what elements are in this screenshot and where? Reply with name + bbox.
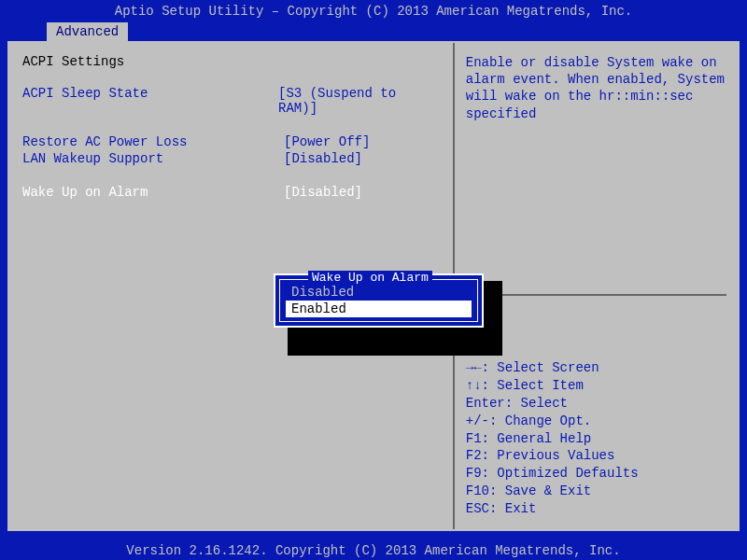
setting-value: [Disabled] xyxy=(284,151,362,166)
help-keys: →←: Select Screen ↑↓: Select Item Enter:… xyxy=(466,359,726,518)
setting-label: Restore AC Power Loss xyxy=(22,134,284,149)
tab-bar: Advanced xyxy=(0,22,747,41)
main-content: ACPI Settings ACPI Sleep State [S3 (Susp… xyxy=(7,41,740,531)
setting-acpi-sleep-state[interactable]: ACPI Sleep State [S3 (Suspend to RAM)] xyxy=(22,86,440,116)
spacer xyxy=(22,168,440,185)
setting-value: [Power Off] xyxy=(284,134,370,149)
key-f9: F9: Optimized Defaults xyxy=(466,465,726,483)
spacer xyxy=(22,118,440,134)
key-esc: ESC: Exit xyxy=(466,500,726,518)
setting-label: Wake Up on Alarm xyxy=(22,185,284,200)
tab-advanced[interactable]: Advanced xyxy=(47,22,128,41)
footer-text: Version 2.16.1242. Copyright (C) 2013 Am… xyxy=(126,543,620,558)
section-title: ACPI Settings xyxy=(22,54,440,69)
key-select-screen: →←: Select Screen xyxy=(466,359,726,377)
setting-lan-wakeup-support[interactable]: LAN Wakeup Support [Disabled] xyxy=(22,151,440,166)
popup-inner: Wake Up on Alarm Disabled Enabled xyxy=(279,279,478,322)
popup-option-enabled[interactable]: Enabled xyxy=(286,301,472,317)
help-top: Enable or disable System wake on alarm e… xyxy=(466,54,726,285)
option-popup: Wake Up on Alarm Disabled Enabled xyxy=(274,273,484,328)
settings-panel: ACPI Settings ACPI Sleep State [S3 (Susp… xyxy=(9,43,455,529)
key-enter: Enter: Select xyxy=(466,395,726,413)
key-f10: F10: Save & Exit xyxy=(466,483,726,500)
setting-label: LAN Wakeup Support xyxy=(22,151,284,166)
key-f2: F2: Previous Values xyxy=(466,447,726,465)
key-select-item: ↑↓: Select Item xyxy=(466,377,726,395)
popup-option-disabled[interactable]: Disabled xyxy=(286,284,472,301)
header-title: Aptio Setup Utility – Copyright (C) 2013… xyxy=(115,4,633,19)
setting-wake-up-on-alarm[interactable]: Wake Up on Alarm [Disabled] xyxy=(22,185,440,200)
key-change-opt: +/-: Change Opt. xyxy=(466,413,726,430)
bios-footer: Version 2.16.1242. Copyright (C) 2013 Am… xyxy=(0,539,747,560)
popup-title: Wake Up on Alarm xyxy=(308,271,432,285)
setting-label: ACPI Sleep State xyxy=(22,86,278,116)
setting-value: [S3 (Suspend to RAM)] xyxy=(278,86,440,116)
help-text: Enable or disable System wake on alarm e… xyxy=(466,54,726,122)
key-f1: F1: General Help xyxy=(466,430,726,448)
help-divider xyxy=(466,294,726,296)
setting-value: [Disabled] xyxy=(284,185,362,200)
bios-header: Aptio Setup Utility – Copyright (C) 2013… xyxy=(0,0,747,22)
setting-restore-ac-power-loss[interactable]: Restore AC Power Loss [Power Off] xyxy=(22,134,440,149)
